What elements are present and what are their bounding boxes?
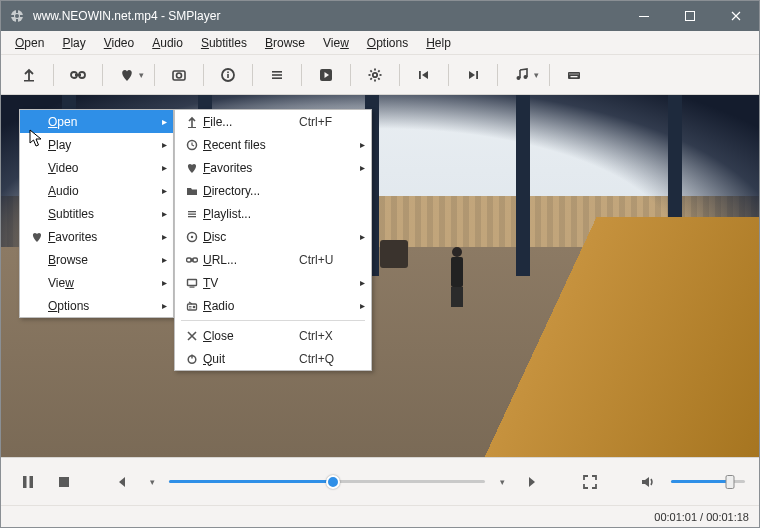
ctx-options[interactable]: Options▸	[20, 294, 173, 317]
svg-point-42	[191, 235, 193, 237]
svg-rect-23	[476, 71, 478, 79]
toolbar-separator	[102, 64, 103, 86]
toolbar-separator	[203, 64, 204, 86]
toolbar: ▾ ▾	[1, 55, 759, 95]
disc-icon	[181, 231, 203, 243]
toolbar-next-track-icon[interactable]	[455, 61, 491, 89]
svg-rect-4	[10, 15, 14, 17]
app-icon	[9, 8, 25, 24]
minimize-button[interactable]	[621, 1, 667, 31]
svg-rect-47	[190, 286, 195, 287]
toolbar-screenshot-icon[interactable]	[161, 61, 197, 89]
toolbar-playlist-icon[interactable]	[259, 61, 295, 89]
toolbar-music-dropdown-icon[interactable]: ▾	[534, 70, 539, 80]
svg-rect-22	[419, 71, 421, 79]
time-separator: /	[700, 511, 703, 523]
svg-rect-26	[568, 72, 580, 79]
menu-video[interactable]: Video	[96, 34, 142, 52]
svg-rect-16	[227, 71, 229, 73]
volume-icon[interactable]	[635, 469, 661, 495]
maximize-button[interactable]	[667, 1, 713, 31]
playlist-icon	[181, 208, 203, 220]
toolbar-keyboard-icon[interactable]	[556, 61, 592, 89]
svg-rect-30	[576, 73, 577, 74]
volume-slider[interactable]	[671, 472, 745, 492]
menu-subtitles[interactable]: Subtitles	[193, 34, 255, 52]
svg-rect-18	[272, 74, 282, 76]
menu-open[interactable]: Open	[7, 34, 52, 52]
svg-rect-39	[188, 213, 196, 214]
menu-audio[interactable]: Audio	[144, 34, 191, 52]
ctx-open-directory[interactable]: Directory...	[175, 179, 371, 202]
ctx-open-quit[interactable]: QuitCtrl+Q	[175, 347, 371, 370]
recent-icon	[181, 139, 203, 151]
toolbar-settings-icon[interactable]	[357, 61, 393, 89]
fullscreen-button[interactable]	[577, 469, 603, 495]
ctx-subtitles[interactable]: Subtitles▸	[20, 202, 173, 225]
ctx-open-favorites[interactable]: Favorites▸	[175, 156, 371, 179]
toolbar-separator	[497, 64, 498, 86]
ctx-open-tv[interactable]: TV▸	[175, 271, 371, 294]
titlebar: www.NEOWIN.net.mp4 - SMPlayer	[1, 1, 759, 31]
svg-rect-15	[227, 74, 229, 78]
pause-button[interactable]	[15, 469, 41, 495]
svg-rect-27	[570, 73, 571, 74]
svg-point-21	[373, 72, 377, 76]
svg-point-13	[177, 73, 182, 78]
seek-fwd-button[interactable]	[519, 469, 545, 495]
ctx-open-radio[interactable]: Radio▸	[175, 294, 371, 317]
svg-rect-8	[24, 80, 34, 82]
toolbar-favorite-dropdown-icon[interactable]: ▾	[139, 70, 144, 80]
svg-rect-3	[16, 19, 18, 23]
svg-rect-32	[571, 76, 578, 77]
ctx-video[interactable]: Video▸	[20, 156, 173, 179]
svg-rect-38	[188, 211, 196, 212]
menu-separator	[181, 320, 365, 321]
tv-icon	[181, 277, 203, 289]
ctx-open-recent[interactable]: Recent files▸	[175, 133, 371, 156]
ctx-open-file[interactable]: File...Ctrl+F	[175, 110, 371, 133]
ctx-view[interactable]: View▸	[20, 271, 173, 294]
app-window: www.NEOWIN.net.mp4 - SMPlayer Open Play …	[0, 0, 760, 528]
toolbar-prev-track-icon[interactable]	[406, 61, 442, 89]
seek-fwd-dropdown-icon[interactable]: ▾	[495, 469, 509, 495]
ctx-audio[interactable]: Audio▸	[20, 179, 173, 202]
menu-options[interactable]: Options	[359, 34, 416, 52]
seek-back-dropdown-icon[interactable]: ▾	[145, 469, 159, 495]
toolbar-separator	[252, 64, 253, 86]
toolbar-link-icon[interactable]	[60, 61, 96, 89]
svg-rect-17	[272, 71, 282, 73]
link-icon	[181, 254, 203, 266]
ctx-open-playlist[interactable]: Playlist...	[175, 202, 371, 225]
toolbar-separator	[301, 64, 302, 86]
toolbar-separator	[399, 64, 400, 86]
ctx-open-disc[interactable]: Disc▸	[175, 225, 371, 248]
ctx-browse[interactable]: Browse▸	[20, 248, 173, 271]
toolbar-play-button-icon[interactable]	[308, 61, 344, 89]
menu-view[interactable]: View	[315, 34, 357, 52]
seek-slider[interactable]	[169, 472, 485, 492]
close-button[interactable]	[713, 1, 759, 31]
svg-rect-51	[189, 307, 192, 308]
toolbar-separator	[154, 64, 155, 86]
toolbar-open-file-icon[interactable]	[11, 61, 47, 89]
time-total: 00:01:18	[706, 511, 749, 523]
menu-play[interactable]: Play	[54, 34, 93, 52]
toolbar-separator	[53, 64, 54, 86]
svg-rect-2	[16, 9, 18, 13]
svg-rect-46	[188, 279, 197, 285]
seek-back-button[interactable]	[109, 469, 135, 495]
menu-browse[interactable]: Browse	[257, 34, 313, 52]
svg-point-49	[193, 305, 196, 308]
toolbar-info-icon[interactable]	[210, 61, 246, 89]
stop-button[interactable]	[51, 469, 77, 495]
menubar: Open Play Video Audio Subtitles Browse V…	[1, 31, 759, 55]
folder-icon	[181, 185, 203, 197]
ctx-favorites[interactable]: Favorites▸	[20, 225, 173, 248]
ctx-open-close[interactable]: CloseCtrl+X	[175, 324, 371, 347]
menu-help[interactable]: Help	[418, 34, 459, 52]
svg-rect-34	[30, 476, 34, 488]
ctx-open-url[interactable]: URL...Ctrl+U	[175, 248, 371, 271]
heart-icon	[181, 162, 203, 174]
toolbar-separator	[549, 64, 550, 86]
